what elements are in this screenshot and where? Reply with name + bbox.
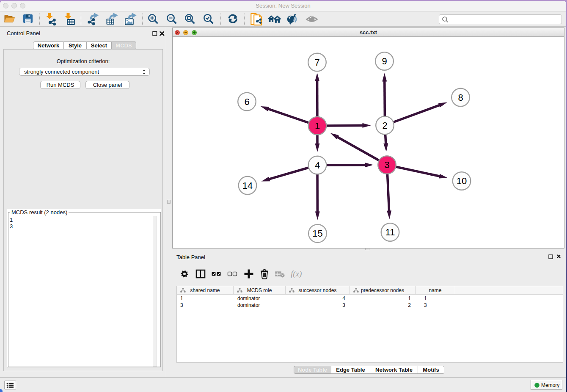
svg-text:3: 3 (384, 160, 389, 170)
svg-text:2: 2 (382, 120, 387, 131)
svg-text:8: 8 (458, 92, 463, 103)
svg-text:10: 10 (457, 176, 467, 186)
svg-text:9: 9 (382, 56, 387, 66)
svg-text:6: 6 (244, 97, 249, 107)
svg-text:7: 7 (314, 57, 319, 68)
svg-text:4: 4 (315, 160, 320, 171)
svg-text:15: 15 (312, 228, 322, 239)
svg-text:14: 14 (242, 180, 253, 191)
svg-text:1: 1 (315, 121, 320, 131)
svg-text:11: 11 (385, 227, 395, 237)
